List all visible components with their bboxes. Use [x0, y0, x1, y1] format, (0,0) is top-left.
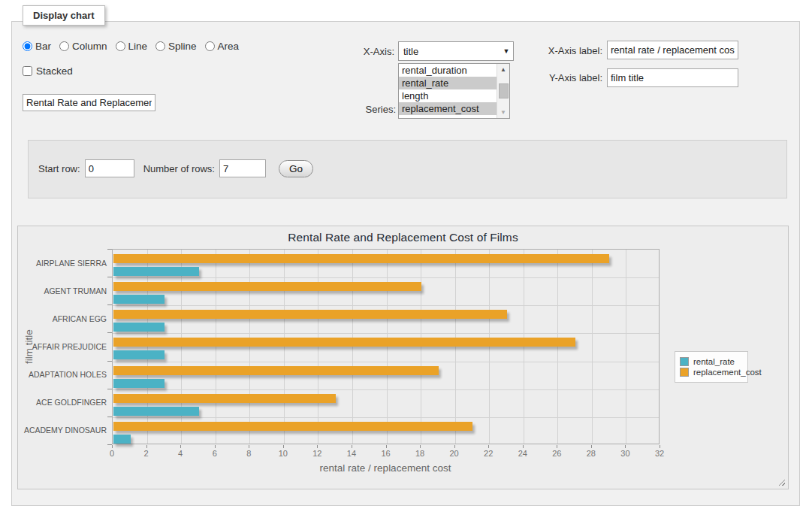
- series-options: rental_durationrental_ratelengthreplacem…: [399, 64, 509, 115]
- chart-type-radio-column[interactable]: [59, 41, 69, 51]
- legend-label: rental_rate: [693, 357, 735, 366]
- yaxis-label-input[interactable]: [607, 68, 738, 87]
- legend-swatch: [680, 357, 689, 366]
- y-gridline: [113, 417, 659, 418]
- category-label: AGENT TRUMAN: [18, 286, 107, 295]
- bar-replacement_cost: [113, 310, 507, 319]
- stacked-label: Stacked: [36, 65, 73, 77]
- y-tick-mark: [107, 444, 112, 445]
- chart-type-option-spline[interactable]: Spline: [155, 41, 197, 52]
- x-tick-mark: [420, 445, 421, 448]
- series-option-replacement_cost[interactable]: replacement_cost: [399, 102, 497, 115]
- bar-rental_rate: [113, 379, 165, 388]
- series-scrollbar[interactable]: ▲ ▼: [497, 64, 509, 118]
- series-multiselect[interactable]: rental_durationrental_ratelengthreplacem…: [398, 63, 510, 119]
- y-gridline: [113, 389, 659, 390]
- stacked-checkbox[interactable]: [23, 66, 32, 76]
- chart-type-option-column[interactable]: Column: [59, 41, 107, 52]
- chart-type-option-line[interactable]: Line: [116, 41, 148, 52]
- chart-type-radio-bar[interactable]: [23, 41, 32, 51]
- num-rows-input[interactable]: [219, 159, 266, 177]
- x-tick-mark: [317, 445, 318, 448]
- legend-label: replacement_cost: [693, 368, 762, 377]
- x-tick-label: 16: [375, 449, 397, 458]
- x-tick-mark: [180, 445, 181, 448]
- series-label: Series:: [331, 104, 396, 115]
- y-tick-mark: [107, 361, 112, 362]
- legend-swatch: [680, 368, 689, 377]
- x-tick-mark: [215, 445, 216, 448]
- legend-item-rental_rate: rental_rate: [680, 357, 743, 366]
- x-gridline: [592, 250, 593, 444]
- x-tick-label: 26: [545, 449, 568, 458]
- go-button[interactable]: Go: [279, 160, 313, 177]
- x-tick-mark: [625, 445, 626, 448]
- x-tick-label: 20: [443, 449, 466, 458]
- x-tick-label: 10: [272, 449, 294, 458]
- chart-container: Rental Rate and Replacement Cost of Film…: [17, 226, 789, 489]
- chart-title-input[interactable]: [23, 94, 155, 111]
- x-tick-mark: [283, 445, 284, 448]
- series-option-rental_duration[interactable]: rental_duration: [399, 64, 497, 77]
- x-tick-mark: [112, 445, 113, 448]
- yaxis-label-field-label: Y-Axis label:: [535, 72, 602, 83]
- resize-handle-icon[interactable]: [777, 478, 785, 486]
- bar-replacement_cost: [113, 282, 421, 291]
- x-tick-label: 14: [340, 449, 363, 458]
- chart-title: Rental Rate and Replacement Cost of Film…: [18, 231, 788, 244]
- x-tick-label: 6: [204, 449, 226, 458]
- chart-type-label: Spline: [168, 41, 197, 52]
- series-option-rental_rate[interactable]: rental_rate: [399, 77, 497, 89]
- bar-rental_rate: [113, 295, 165, 304]
- y-tick-mark: [107, 332, 112, 333]
- x-tick-mark: [386, 445, 387, 448]
- bar-replacement_cost: [113, 422, 472, 431]
- x-tick-label: 2: [135, 449, 158, 458]
- x-tick-label: 22: [477, 449, 500, 458]
- chart-type-radio-group: BarColumnLineSplineArea: [23, 41, 247, 52]
- stacked-checkbox-row[interactable]: Stacked: [23, 65, 73, 77]
- chart-type-radio-area[interactable]: [205, 41, 215, 51]
- xaxis-select-label: X-Axis:: [331, 46, 394, 57]
- y-tick-mark: [107, 417, 112, 417]
- chart-type-option-bar[interactable]: Bar: [23, 41, 51, 52]
- x-tick-label: 32: [648, 449, 671, 458]
- x-tick-mark: [352, 445, 352, 448]
- x-tick-mark: [488, 445, 489, 448]
- x-tick-label: 28: [580, 449, 602, 458]
- x-tick-mark: [523, 445, 524, 448]
- xaxis-selected-value: title: [399, 46, 500, 57]
- plot-area: [112, 249, 660, 444]
- row-range-panel: Start row: Number of rows: Go: [28, 140, 787, 198]
- y-gridline: [113, 277, 659, 278]
- bar-rental_rate: [113, 350, 165, 359]
- x-tick-label: 0: [101, 449, 123, 458]
- x-tick-label: 12: [306, 449, 328, 458]
- x-axis-title: rental rate / replacement cost: [320, 462, 451, 474]
- series-option-length[interactable]: length: [399, 89, 497, 102]
- chart-type-option-area[interactable]: Area: [205, 41, 240, 52]
- chart-legend: rental_ratereplacement_cost: [675, 351, 748, 383]
- chart-type-label: Column: [72, 41, 107, 52]
- x-tick-label: 4: [169, 449, 192, 458]
- y-axis-title: film title: [23, 309, 37, 384]
- y-tick-mark: [107, 277, 112, 277]
- start-row-input[interactable]: [85, 159, 134, 177]
- chart-type-radio-spline[interactable]: [155, 41, 165, 51]
- x-tick-label: 30: [614, 449, 636, 458]
- bar-rental_rate: [113, 267, 199, 276]
- chart-type-radio-line[interactable]: [116, 41, 125, 51]
- bar-replacement_cost: [113, 338, 575, 347]
- x-tick-mark: [591, 445, 592, 448]
- num-rows-label: Number of rows:: [143, 163, 215, 174]
- scroll-down-icon[interactable]: ▼: [497, 107, 509, 118]
- y-gridline: [113, 305, 659, 306]
- xaxis-select[interactable]: title ▼: [398, 41, 514, 61]
- xaxis-label-input[interactable]: [607, 41, 738, 59]
- scrollbar-thumb[interactable]: [499, 83, 509, 98]
- y-tick-mark: [107, 249, 112, 250]
- scroll-up-icon[interactable]: ▲: [497, 64, 509, 75]
- x-gridline: [626, 250, 626, 444]
- x-tick-mark: [557, 445, 557, 448]
- bar-rental_rate: [113, 435, 131, 444]
